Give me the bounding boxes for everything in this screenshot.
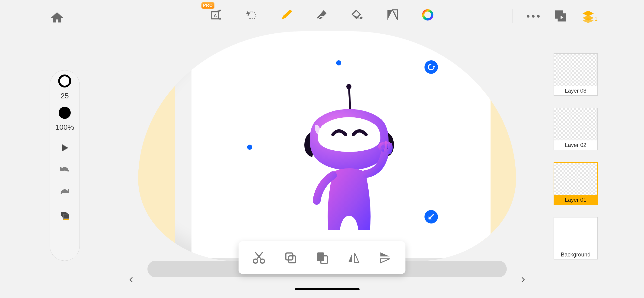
selection-context-bar [238, 241, 406, 274]
layers-count: 1 [594, 15, 598, 23]
color-wheel-button[interactable] [419, 7, 436, 23]
paste-icon [315, 251, 329, 264]
layers-panel-button[interactable]: 1 [582, 10, 598, 23]
play-button[interactable] [58, 141, 72, 155]
svg-rect-9 [64, 219, 69, 220]
layer-label: Layer 02 [554, 140, 598, 150]
layer-thumbnail [554, 54, 598, 86]
text-tool-button[interactable]: PRO A [208, 7, 225, 23]
text-tool-icon: A [210, 9, 222, 21]
divider [512, 9, 513, 23]
layer-tile[interactable]: Layer 02 [554, 108, 598, 150]
play-icon [60, 143, 70, 153]
layer-tile[interactable]: Background [554, 217, 598, 259]
lasso-tool-button[interactable] [243, 7, 260, 23]
layers-panel: Layer 03 Layer 02 Layer 01 Background [554, 53, 598, 259]
top-right-controls: 1 [512, 9, 598, 23]
selection-handle-left[interactable] [247, 145, 252, 150]
brush-icon [281, 9, 293, 21]
flip-horizontal-icon [346, 251, 360, 264]
onion-skin-backdrop [138, 31, 516, 261]
prev-frame-hint [138, 31, 175, 261]
tool-row: PRO A [208, 7, 436, 23]
svg-line-10 [349, 88, 350, 113]
svg-point-11 [346, 84, 352, 89]
rotate-icon [428, 63, 435, 71]
home-button[interactable] [49, 9, 65, 26]
play-frames-button[interactable] [554, 9, 568, 23]
layer-label: Background [554, 250, 598, 259]
svg-point-2 [360, 17, 362, 19]
layers-icon [582, 10, 595, 23]
next-frame-button[interactable] [518, 275, 528, 284]
layer-thumbnail [554, 163, 597, 195]
layer-tile[interactable]: Layer 03 [554, 53, 598, 96]
eraser-icon [316, 9, 328, 21]
ruler-icon [386, 9, 398, 21]
scale-icon [428, 213, 435, 220]
copy-button[interactable] [281, 248, 300, 267]
frames-icon [60, 210, 70, 221]
pro-badge: PRO [202, 2, 214, 9]
ruler-tool-button[interactable] [384, 7, 401, 23]
svg-point-3 [423, 11, 432, 20]
canvas-artwork[interactable] [298, 80, 400, 242]
redo-button[interactable] [58, 185, 72, 199]
scale-handle[interactable] [424, 210, 438, 223]
robot-illustration [298, 80, 400, 242]
color-wheel-icon [422, 9, 434, 21]
brush-tool-button[interactable] [278, 7, 295, 23]
lasso-select-icon [246, 9, 258, 21]
layer-label: Layer 01 [554, 195, 597, 204]
brush-size-control[interactable] [58, 75, 71, 88]
layer-thumbnail [554, 108, 598, 140]
layer-thumbnail [554, 217, 598, 250]
opacity-label: 100% [55, 123, 74, 132]
undo-icon [60, 165, 70, 175]
chevron-right-icon [519, 276, 527, 283]
flip-vertical-icon [378, 251, 392, 264]
svg-rect-8 [64, 214, 69, 219]
rotate-handle[interactable] [424, 60, 438, 74]
drawing-canvas[interactable] [192, 31, 490, 258]
copy-icon [284, 251, 298, 264]
flip-vertical-button[interactable] [376, 248, 394, 267]
play-frames-icon [554, 9, 568, 23]
fill-tool-button[interactable] [349, 7, 366, 23]
undo-button[interactable] [58, 163, 72, 177]
scissors-icon [252, 251, 266, 264]
home-icon [50, 11, 64, 25]
svg-text:A: A [214, 13, 217, 18]
paste-button[interactable] [313, 248, 331, 267]
cut-button[interactable] [250, 248, 268, 267]
selection-handle-top[interactable] [336, 60, 341, 66]
layer-tile[interactable]: Layer 01 [554, 162, 598, 205]
more-options-button[interactable] [527, 15, 540, 18]
layer-label: Layer 03 [554, 86, 598, 95]
color-opacity-control[interactable] [59, 107, 71, 119]
home-indicator [295, 288, 360, 290]
paint-bucket-icon [351, 9, 363, 21]
flip-horizontal-button[interactable] [344, 248, 363, 267]
eraser-tool-button[interactable] [314, 7, 330, 23]
redo-icon [60, 187, 70, 197]
brush-size-label: 25 [60, 92, 69, 100]
chevron-left-icon [128, 276, 135, 283]
top-toolbar: PRO A [0, 0, 644, 30]
previous-frame-button[interactable] [126, 275, 136, 284]
frames-button[interactable] [58, 209, 72, 223]
left-tool-pod: 25 100% [50, 70, 80, 261]
